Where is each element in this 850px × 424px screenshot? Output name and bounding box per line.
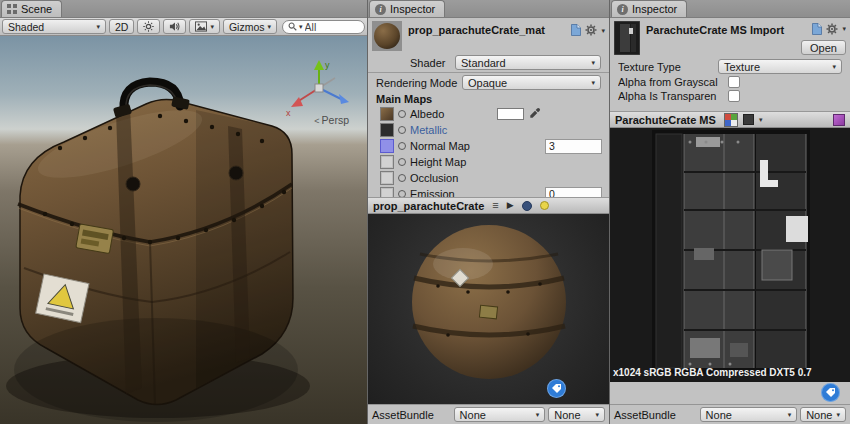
scene-tabbar: Scene bbox=[0, 0, 367, 18]
alpha-from-grayscale-label: Alpha from Grayscal bbox=[618, 76, 728, 88]
scene-search[interactable] bbox=[282, 20, 365, 34]
texture-type-label: Texture Type bbox=[618, 61, 718, 73]
tag-icon[interactable] bbox=[547, 379, 566, 398]
eyedropper-icon[interactable] bbox=[529, 107, 541, 119]
rendering-mode-dropdown[interactable]: Opaque bbox=[462, 75, 601, 90]
texture-thumbnail[interactable] bbox=[614, 21, 640, 55]
gizmos-dropdown[interactable]: Gizmos bbox=[223, 19, 277, 34]
shader-dropdown[interactable]: Standard bbox=[455, 55, 601, 70]
albedo-texture-thumbnail[interactable] bbox=[380, 107, 394, 121]
drag-handle-icon[interactable] bbox=[492, 200, 498, 211]
material-assetbundle-bar: AssetBundle None None bbox=[368, 404, 609, 424]
shader-label: Shader bbox=[410, 57, 455, 69]
preview-mesh-button[interactable] bbox=[522, 201, 532, 211]
metallic-texture-thumbnail[interactable] bbox=[380, 123, 394, 137]
chevron-down-icon[interactable] bbox=[601, 27, 605, 34]
mip-dropdown-icon[interactable] bbox=[759, 116, 763, 123]
inspector-tab-label: Inspector bbox=[632, 3, 677, 15]
assetbundle-variant-dropdown[interactable]: None bbox=[548, 407, 605, 422]
occlusion-picker[interactable] bbox=[398, 174, 406, 182]
chevron-down-icon bbox=[299, 23, 303, 30]
x-axis-label: x bbox=[286, 108, 291, 118]
gear-icon[interactable] bbox=[826, 23, 838, 35]
texture-preview-area[interactable]: x1024 sRGB RGBA Compressed DXT5 0.7 bbox=[610, 128, 850, 382]
alpha-channel-icon[interactable] bbox=[743, 114, 754, 125]
scene-lighting-button[interactable] bbox=[137, 19, 160, 34]
label-tag-icon bbox=[551, 383, 563, 395]
map-row-normal: Normal Map bbox=[368, 138, 609, 154]
gizmos-label: Gizmos bbox=[229, 21, 265, 33]
height-map-label: Height Map bbox=[410, 156, 466, 168]
preview-light-button[interactable] bbox=[540, 201, 549, 210]
assetbundle-dropdown[interactable]: None bbox=[454, 407, 546, 422]
texture-preview-header[interactable]: ParachuteCrate MS bbox=[610, 111, 850, 128]
material-preview-area[interactable] bbox=[368, 214, 609, 404]
tag-icon[interactable] bbox=[821, 383, 840, 402]
z-axis-arrow[interactable] bbox=[339, 94, 349, 104]
material-inspector-panel: Inspector prop_parachuteCrate_mat bbox=[368, 0, 610, 424]
assetbundle-label: AssetBundle bbox=[614, 409, 700, 421]
2d-toggle-button[interactable]: 2D bbox=[109, 19, 134, 34]
orientation-gizmo[interactable]: y x bbox=[283, 58, 355, 122]
unity-editor: Scene Shaded 2D bbox=[0, 0, 850, 424]
open-button[interactable]: Open bbox=[801, 40, 846, 55]
y-axis-label: y bbox=[325, 60, 330, 70]
doc-icon[interactable] bbox=[571, 24, 581, 36]
material-preview-title: prop_parachuteCrate bbox=[373, 200, 484, 212]
material-thumbnail[interactable] bbox=[372, 21, 402, 51]
gear-icon[interactable] bbox=[585, 24, 597, 36]
tab-scene[interactable]: Scene bbox=[1, 0, 62, 17]
metallic-texture-preview bbox=[610, 128, 850, 382]
height-map-thumbnail[interactable] bbox=[380, 155, 394, 169]
assetbundle-variant-dropdown[interactable]: None bbox=[800, 407, 846, 422]
albedo-color-swatch[interactable] bbox=[497, 108, 524, 120]
material-preview-header[interactable]: prop_parachuteCrate bbox=[368, 197, 609, 214]
texture-info-line: x1024 sRGB RGBA Compressed DXT5 0.7 bbox=[613, 367, 812, 378]
map-row-albedo: Albedo bbox=[368, 106, 609, 122]
alpha-from-grayscale-checkbox[interactable] bbox=[728, 76, 740, 88]
chevron-down-icon bbox=[210, 23, 214, 30]
chevron-down-icon bbox=[836, 411, 840, 418]
material-inspector-tabbar: Inspector bbox=[368, 0, 609, 18]
search-input[interactable] bbox=[305, 21, 355, 33]
scene-viewport[interactable]: y x Persp bbox=[0, 36, 367, 424]
scene-audio-button[interactable] bbox=[163, 19, 186, 34]
chevron-down-icon bbox=[591, 59, 595, 66]
scene-grid-icon bbox=[7, 4, 17, 14]
play-button[interactable] bbox=[507, 201, 514, 210]
2d-label: 2D bbox=[115, 21, 128, 33]
label-tag-icon bbox=[825, 387, 837, 399]
normal-map-scale-field[interactable] bbox=[545, 139, 602, 154]
material-header: prop_parachuteCrate_mat bbox=[368, 18, 609, 54]
occlusion-thumbnail[interactable] bbox=[380, 171, 394, 185]
scene-effects-dropdown[interactable] bbox=[189, 19, 220, 34]
rgb-channels-icon[interactable] bbox=[724, 113, 738, 127]
texture-asset-name: ParachuteCrate MS Import bbox=[646, 21, 808, 36]
scene-toolbar: Shaded 2D bbox=[0, 18, 367, 36]
albedo-label: Albedo bbox=[410, 108, 444, 120]
material-preview-sphere[interactable] bbox=[368, 214, 609, 404]
tab-inspector-texture[interactable]: Inspector bbox=[611, 0, 687, 17]
texture-type-row: Texture Type Texture bbox=[610, 58, 850, 75]
chevron-down-icon bbox=[591, 79, 595, 86]
texture-header: ParachuteCrate MS Import bbox=[610, 18, 850, 58]
y-axis-arrow[interactable] bbox=[314, 60, 324, 70]
metallic-texture-picker[interactable] bbox=[398, 126, 406, 134]
alpha-is-transparent-checkbox[interactable] bbox=[728, 90, 740, 102]
sun-icon bbox=[143, 21, 154, 32]
texture-settings-icon[interactable] bbox=[833, 114, 845, 126]
tab-inspector-material[interactable]: Inspector bbox=[369, 0, 445, 17]
projection-toggle[interactable]: Persp bbox=[314, 114, 349, 126]
gizmo-center-cube[interactable] bbox=[315, 84, 323, 92]
alpha-is-transparent-label: Alpha Is Transparen bbox=[618, 90, 728, 102]
normal-map-thumbnail[interactable] bbox=[380, 139, 394, 153]
doc-icon[interactable] bbox=[812, 23, 822, 35]
chevron-down-icon[interactable] bbox=[842, 25, 846, 32]
albedo-texture-picker[interactable] bbox=[398, 110, 406, 118]
normal-map-picker[interactable] bbox=[398, 142, 406, 150]
assetbundle-dropdown[interactable]: None bbox=[700, 407, 798, 422]
scene-tab-label: Scene bbox=[21, 3, 52, 15]
height-map-picker[interactable] bbox=[398, 158, 406, 166]
texture-type-dropdown[interactable]: Texture bbox=[718, 59, 842, 74]
shading-mode-dropdown[interactable]: Shaded bbox=[2, 19, 106, 34]
